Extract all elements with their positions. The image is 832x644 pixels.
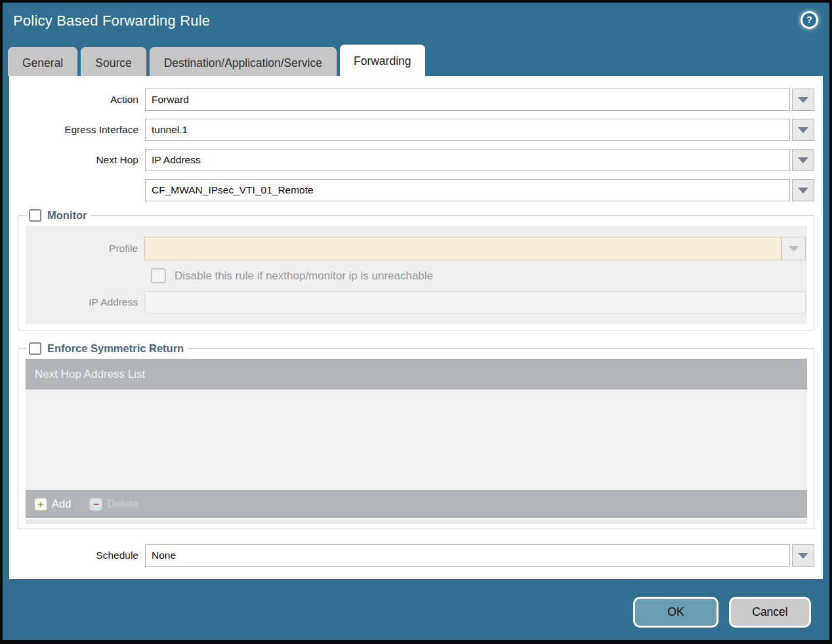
schedule-dropdown-button[interactable] bbox=[792, 544, 814, 567]
next-hop-address-list-toolbar: + Add − Delete bbox=[26, 490, 807, 518]
list-bottom-strip bbox=[26, 519, 807, 524]
schedule-label: Schedule bbox=[18, 550, 145, 561]
monitor-profile-select bbox=[144, 237, 781, 260]
action-dropdown-button[interactable] bbox=[792, 89, 814, 111]
monitor-legend-label: Monitor bbox=[47, 209, 87, 222]
egress-interface-row: Egress Interface bbox=[18, 119, 814, 141]
next-hop-row: Next Hop bbox=[18, 149, 814, 171]
delete-button-label: Delete bbox=[107, 498, 138, 510]
monitor-section: Monitor Profile Disable this rule if nex… bbox=[18, 209, 814, 331]
footer-button-row: OK Cancel bbox=[633, 597, 811, 628]
next-hop-type-select[interactable] bbox=[145, 149, 790, 171]
enforce-symmetric-return-legend-label: Enforce Symmetric Return bbox=[47, 342, 184, 355]
delete-button: − Delete bbox=[89, 498, 138, 511]
tab-destination-application-service[interactable]: Destination/Application/Service bbox=[150, 47, 337, 76]
monitor-checkbox[interactable] bbox=[29, 209, 41, 222]
monitor-panel: Profile Disable this rule if nexthop/mon… bbox=[26, 226, 807, 324]
cancel-button[interactable]: Cancel bbox=[729, 597, 811, 628]
tab-source[interactable]: Source bbox=[81, 47, 146, 76]
action-select[interactable] bbox=[145, 89, 790, 111]
monitor-ip-address-row: IP Address bbox=[26, 291, 806, 313]
monitor-profile-row: Profile bbox=[26, 237, 806, 260]
title-bar: Policy Based Forwarding Rule ? bbox=[3, 3, 829, 45]
next-hop-address-dropdown-button[interactable] bbox=[792, 179, 814, 201]
enforce-symmetric-return-section: Enforce Symmetric Return Next Hop Addres… bbox=[18, 342, 814, 529]
schedule-row: Schedule bbox=[18, 544, 814, 567]
action-row: Action bbox=[18, 89, 814, 111]
egress-interface-dropdown-button[interactable] bbox=[792, 119, 814, 141]
monitor-legend: Monitor bbox=[27, 209, 91, 222]
chevron-down-icon bbox=[798, 97, 808, 103]
tab-forwarding[interactable]: Forwarding bbox=[340, 45, 425, 76]
add-button-label: Add bbox=[52, 498, 71, 510]
next-hop-address-list-body[interactable] bbox=[26, 390, 807, 490]
chevron-down-icon bbox=[798, 188, 808, 193]
minus-icon: − bbox=[89, 498, 102, 511]
dialog-footer: OK Cancel bbox=[3, 579, 829, 640]
chevron-down-icon bbox=[798, 157, 808, 163]
chevron-down-icon bbox=[798, 127, 808, 133]
monitor-profile-label: Profile bbox=[26, 243, 144, 254]
next-hop-address-row bbox=[18, 179, 814, 201]
chevron-down-icon bbox=[789, 246, 799, 252]
dialog-title: Policy Based Forwarding Rule bbox=[13, 12, 210, 30]
forwarding-tab-panel: Action Egress Interface Next Hop bbox=[9, 76, 823, 579]
schedule-select[interactable] bbox=[145, 544, 790, 567]
disable-rule-label: Disable this rule if nexthop/monitor ip … bbox=[175, 270, 433, 283]
egress-interface-label: Egress Interface bbox=[18, 124, 145, 136]
action-label: Action bbox=[18, 94, 145, 106]
next-hop-address-list-header: Next Hop Address List bbox=[26, 359, 807, 390]
monitor-ip-address-label: IP Address bbox=[26, 296, 144, 308]
monitor-profile-dropdown-button bbox=[781, 237, 806, 260]
egress-interface-select[interactable] bbox=[145, 119, 790, 141]
tab-bar: General Source Destination/Application/S… bbox=[3, 45, 829, 76]
tab-general[interactable]: General bbox=[8, 47, 77, 76]
add-button[interactable]: + Add bbox=[34, 498, 71, 511]
help-icon[interactable]: ? bbox=[801, 11, 818, 29]
next-hop-label: Next Hop bbox=[18, 154, 145, 166]
monitor-ip-address-input bbox=[144, 291, 806, 313]
ok-button[interactable]: OK bbox=[633, 597, 718, 628]
enforce-symmetric-return-legend: Enforce Symmetric Return bbox=[27, 342, 188, 355]
enforce-symmetric-return-checkbox[interactable] bbox=[29, 342, 41, 355]
next-hop-type-dropdown-button[interactable] bbox=[792, 149, 814, 171]
policy-based-forwarding-dialog: Policy Based Forwarding Rule ? General S… bbox=[0, 0, 832, 644]
disable-rule-checkbox bbox=[151, 268, 166, 283]
plus-icon: + bbox=[34, 498, 47, 511]
monitor-disable-rule-row: Disable this rule if nexthop/monitor ip … bbox=[151, 268, 806, 283]
next-hop-address-select[interactable] bbox=[145, 179, 790, 201]
chevron-down-icon bbox=[798, 553, 808, 559]
